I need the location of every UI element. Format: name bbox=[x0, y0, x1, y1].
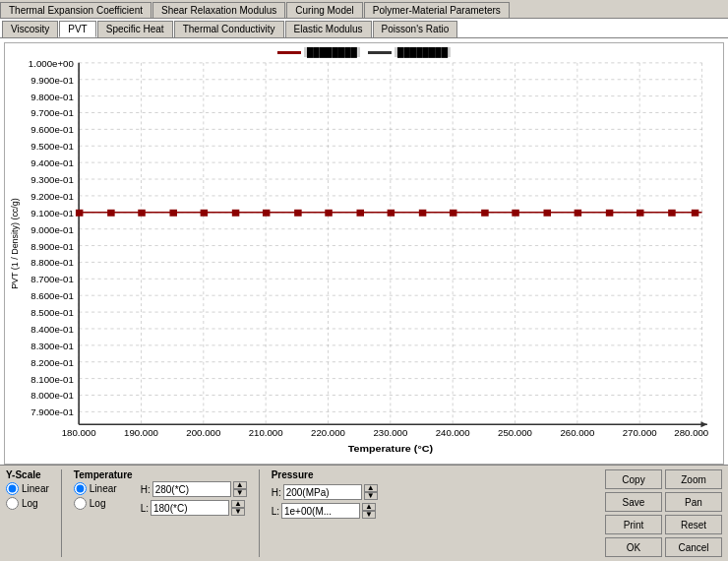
yscale-label: Y-Scale bbox=[6, 469, 49, 480]
temp-log-row: Log bbox=[74, 497, 133, 510]
temp-l-input[interactable] bbox=[151, 500, 229, 516]
svg-rect-83 bbox=[107, 210, 115, 217]
svg-rect-82 bbox=[692, 210, 699, 217]
tab-curing-model[interactable]: Curing Model bbox=[286, 2, 362, 18]
svg-text:250.000: 250.000 bbox=[498, 429, 532, 439]
svg-text:7.900e-01: 7.900e-01 bbox=[30, 408, 73, 418]
tab-polymer-material[interactable]: Polymer-Material Parameters bbox=[364, 2, 510, 18]
svg-rect-90 bbox=[544, 210, 552, 217]
temp-inputs: H: ▲ ▼ L: ▲ ▼ bbox=[141, 481, 247, 516]
svg-text:8.100e-01: 8.100e-01 bbox=[30, 375, 73, 385]
ok-button[interactable]: OK bbox=[605, 537, 662, 557]
main-content: ████████ ████████ 1.000e+00 9.900e-01 9.… bbox=[0, 38, 728, 561]
pressure-h-spinner: ▲ ▼ bbox=[364, 484, 378, 500]
temperature-label: Temperature bbox=[74, 469, 133, 480]
save-button[interactable]: Save bbox=[605, 492, 662, 512]
pan-button[interactable]: Pan bbox=[665, 492, 722, 512]
svg-rect-73 bbox=[138, 210, 146, 217]
svg-text:8.700e-01: 8.700e-01 bbox=[30, 276, 73, 285]
temp-h-label: H: bbox=[141, 484, 151, 495]
svg-text:210.000: 210.000 bbox=[249, 429, 283, 439]
temp-log-radio[interactable] bbox=[74, 497, 87, 510]
svg-text:1.000e+00: 1.000e+00 bbox=[29, 59, 74, 69]
svg-text:230.000: 230.000 bbox=[373, 429, 407, 439]
copy-button[interactable]: Copy bbox=[605, 469, 662, 489]
chart-area: ████████ ████████ 1.000e+00 9.900e-01 9.… bbox=[4, 42, 724, 465]
svg-text:200.000: 200.000 bbox=[186, 429, 220, 439]
pressure-h-input[interactable] bbox=[283, 484, 362, 500]
tab-pvt[interactable]: PVT bbox=[59, 21, 95, 37]
yscale-log-row: Log bbox=[6, 497, 49, 510]
svg-text:180.000: 180.000 bbox=[62, 429, 96, 439]
temp-l-spinner: ▲ ▼ bbox=[231, 500, 245, 516]
pressure-h-down[interactable]: ▼ bbox=[364, 492, 378, 500]
temp-h-down[interactable]: ▼ bbox=[233, 489, 247, 497]
svg-text:9.700e-01: 9.700e-01 bbox=[30, 109, 73, 119]
reset-button[interactable]: Reset bbox=[665, 515, 722, 534]
svg-text:8.400e-01: 8.400e-01 bbox=[30, 325, 73, 335]
svg-rect-74 bbox=[201, 210, 209, 217]
yscale-linear-row: Linear bbox=[6, 482, 49, 495]
tab-thermal-expansion[interactable]: Thermal Expansion Coefficient bbox=[0, 2, 152, 18]
temp-h-input[interactable] bbox=[152, 481, 231, 497]
zoom-button[interactable]: Zoom bbox=[665, 469, 722, 489]
svg-text:8.000e-01: 8.000e-01 bbox=[30, 392, 73, 402]
svg-rect-77 bbox=[388, 210, 395, 217]
yscale-log-radio[interactable] bbox=[6, 497, 19, 510]
temp-l-label: L: bbox=[141, 503, 149, 514]
pressure-l-down[interactable]: ▼ bbox=[362, 511, 376, 519]
svg-text:9.000e-01: 9.000e-01 bbox=[30, 225, 73, 235]
yscale-linear-radio[interactable] bbox=[6, 482, 19, 495]
pressure-inputs: H: ▲ ▼ L: ▲ ▼ bbox=[272, 484, 378, 519]
temp-linear-label: Linear bbox=[90, 483, 117, 494]
temp-log-label: Log bbox=[90, 498, 106, 509]
main-window: Thermal Expansion Coefficient Shear Rela… bbox=[0, 0, 728, 561]
temp-h-spinner: ▲ ▼ bbox=[233, 481, 247, 497]
svg-rect-92 bbox=[668, 210, 676, 217]
svg-text:280.000: 280.000 bbox=[674, 429, 708, 439]
tab-elastic-modulus[interactable]: Elastic Modulus bbox=[285, 21, 372, 37]
separator-2 bbox=[259, 469, 260, 557]
temp-l-down[interactable]: ▼ bbox=[231, 508, 245, 516]
svg-text:9.400e-01: 9.400e-01 bbox=[30, 158, 73, 168]
pressure-h-row: H: ▲ ▼ bbox=[272, 484, 378, 500]
yscale-linear-label: Linear bbox=[22, 483, 49, 494]
pressure-l-input[interactable] bbox=[281, 503, 360, 519]
cancel-button[interactable]: Cancel bbox=[665, 537, 722, 557]
svg-rect-78 bbox=[450, 210, 457, 217]
action-buttons: Copy Zoom Save Pan Print Reset bbox=[605, 469, 722, 534]
svg-text:8.200e-01: 8.200e-01 bbox=[30, 358, 73, 368]
svg-rect-88 bbox=[419, 210, 427, 217]
svg-text:220.000: 220.000 bbox=[311, 429, 345, 439]
svg-text:9.500e-01: 9.500e-01 bbox=[30, 143, 73, 153]
svg-rect-75 bbox=[263, 210, 271, 217]
svg-marker-57 bbox=[700, 421, 706, 427]
tab-poissons-ratio[interactable]: Poisson's Ratio bbox=[373, 21, 458, 37]
tab-shear-relaxation[interactable]: Shear Relaxation Modulus bbox=[152, 2, 285, 18]
svg-text:8.600e-01: 8.600e-01 bbox=[30, 291, 73, 301]
tab-specific-heat[interactable]: Specific Heat bbox=[97, 21, 173, 37]
svg-text:9.200e-01: 9.200e-01 bbox=[30, 192, 73, 202]
svg-text:8.500e-01: 8.500e-01 bbox=[30, 308, 73, 318]
svg-text:9.900e-01: 9.900e-01 bbox=[30, 76, 73, 86]
pressure-label: Pressure bbox=[272, 469, 378, 480]
print-button[interactable]: Print bbox=[605, 515, 662, 534]
pressure-l-spinner: ▲ ▼ bbox=[362, 503, 376, 519]
yscale-group: Y-Scale Linear Log bbox=[6, 469, 49, 510]
pressure-group: Pressure H: ▲ ▼ L: ▲ bbox=[272, 469, 378, 519]
tab-viscosity[interactable]: Viscosity bbox=[2, 21, 58, 37]
svg-text:8.900e-01: 8.900e-01 bbox=[30, 242, 73, 252]
tabs-row2: Viscosity PVT Specific Heat Thermal Cond… bbox=[0, 19, 728, 38]
temp-l-row: L: ▲ ▼ bbox=[141, 500, 247, 516]
svg-rect-86 bbox=[294, 210, 302, 217]
svg-text:240.000: 240.000 bbox=[436, 429, 470, 439]
svg-rect-72 bbox=[76, 210, 84, 217]
yscale-log-label: Log bbox=[22, 498, 38, 509]
svg-text:190.000: 190.000 bbox=[124, 429, 158, 439]
tab-thermal-conductivity[interactable]: Thermal Conductivity bbox=[174, 21, 284, 37]
svg-text:260.000: 260.000 bbox=[560, 429, 594, 439]
svg-rect-79 bbox=[512, 210, 519, 217]
svg-text:Temperature (°C): Temperature (°C) bbox=[348, 443, 433, 454]
separator-1 bbox=[61, 469, 62, 557]
temp-linear-radio[interactable] bbox=[74, 482, 87, 495]
